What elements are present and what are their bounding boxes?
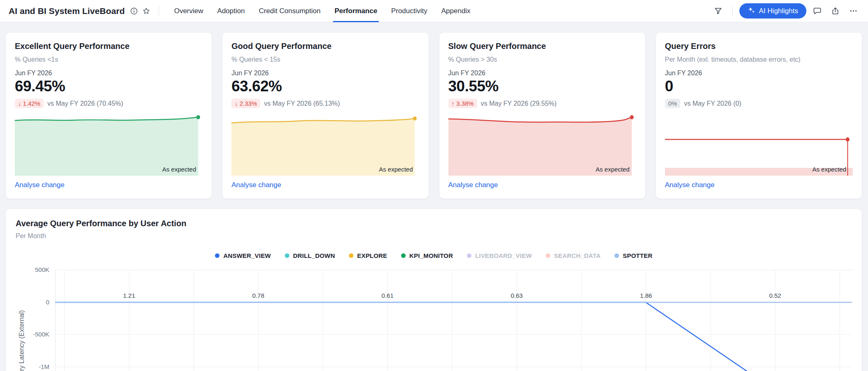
legend-item-liveboard-view[interactable]: LIVEBOARD_VIEW <box>467 252 532 259</box>
kpi-period: Jun FY 2026 <box>231 70 419 77</box>
y-tick: 0 <box>46 299 49 306</box>
export-icon <box>831 7 840 15</box>
info-icon <box>130 7 138 15</box>
kpi-period: Jun FY 2026 <box>15 70 203 77</box>
legend-dot <box>467 253 471 258</box>
comparison-text: vs May FY 2026 (65.13%) <box>264 100 340 107</box>
change-value: 0% <box>668 100 677 107</box>
y-axis-ticks: 500K 0 -500K -1M <box>16 270 55 371</box>
kpi-subtitle: Per Month (exl. timeouts, database error… <box>665 56 853 64</box>
change-badge: 0% <box>665 99 681 108</box>
arrow-down-icon: ↓ <box>18 100 21 107</box>
kpi-period: Jun FY 2026 <box>448 70 636 77</box>
legend-dot <box>614 253 619 258</box>
change-value: 1.42% <box>23 100 41 107</box>
top-bar-actions: AI Highlights <box>711 3 861 19</box>
point-label: 0.61 <box>381 292 393 299</box>
kpi-card-query-errors: Query Errors Per Month (exl. timeouts, d… <box>656 32 862 199</box>
kpi-title: Excellent Query Performance <box>15 42 203 51</box>
kpi-row: Excellent Query Performance % Queries <1… <box>5 32 862 199</box>
tab-productivity[interactable]: Productivity <box>384 0 434 22</box>
point-label: 0.78 <box>252 292 264 299</box>
legend-label: SPOTTER <box>623 252 652 259</box>
legend-label: ANSWER_VIEW <box>223 252 271 259</box>
status-badge: As expected <box>812 166 846 173</box>
legend-item-spotter[interactable]: SPOTTER <box>614 252 652 259</box>
change-value: 2.33% <box>240 100 257 107</box>
legend-dot <box>215 253 219 258</box>
y-tick: -1M <box>39 363 49 370</box>
favorite-button[interactable] <box>139 4 154 19</box>
sparkline-chart: As expected <box>231 114 419 176</box>
legend-item-search-data[interactable]: SEARCH_DATA <box>546 252 600 259</box>
change-badge: ↑ 3.38% <box>448 99 477 108</box>
tab-adoption[interactable]: Adoption <box>210 0 252 22</box>
analyse-change-link[interactable]: Analyse change <box>15 181 203 189</box>
comparison-text: vs May FY 2026 (70.45%) <box>47 100 123 107</box>
filter-icon <box>714 7 723 15</box>
legend-label: KPI_MONITOR <box>409 252 453 259</box>
change-badge: ↓ 1.42% <box>15 99 44 108</box>
kpi-value: 69.45% <box>15 78 203 95</box>
analyse-change-link[interactable]: Analyse change <box>448 181 636 189</box>
legend-label: EXPLORE <box>357 252 387 259</box>
analyse-change-link[interactable]: Analyse change <box>665 181 853 189</box>
tab-overview[interactable]: Overview <box>167 0 210 22</box>
point-label: 0.52 <box>769 292 781 299</box>
kpi-value: 30.55% <box>448 78 636 95</box>
kpi-change-row: 0% vs May FY 2026 (0) <box>665 99 853 108</box>
arrow-down-icon: ↓ <box>235 100 238 107</box>
kpi-change-row: ↓ 1.42% vs May FY 2026 (70.45%) <box>15 99 203 108</box>
divider <box>732 6 733 16</box>
more-icon <box>849 7 858 15</box>
more-button[interactable] <box>846 4 861 19</box>
analyse-change-link[interactable]: Analyse change <box>231 181 419 189</box>
point-label: 1.86 <box>640 292 652 299</box>
legend-item-answer-view[interactable]: ANSWER_VIEW <box>215 252 271 259</box>
kpi-subtitle: % Queries > 30s <box>448 56 636 64</box>
kpi-value: 0 <box>665 78 853 95</box>
comments-button[interactable] <box>810 4 824 19</box>
arrow-up-icon: ↑ <box>452 100 455 107</box>
sparkline-chart: As expected <box>15 114 203 176</box>
legend-dot <box>401 253 406 258</box>
y-tick: 500K <box>35 266 49 273</box>
comment-icon <box>813 7 822 15</box>
legend-dot <box>349 253 353 258</box>
line-chart[interactable]: 1.21 0.78 0.61 0.63 1.86 0.52 <box>55 270 852 371</box>
legend-item-explore[interactable]: EXPLORE <box>349 252 387 259</box>
kpi-title: Query Errors <box>665 42 853 51</box>
chart-card-average-query-performance: Average Query Performance by User Action… <box>5 209 862 371</box>
comparison-text: vs May FY 2026 (0) <box>684 100 741 107</box>
top-bar: AI and BI System LiveBoard Overview Adop… <box>0 0 868 22</box>
plot-area: Query Latency (External) 500K 0 -500K -1… <box>16 270 852 371</box>
legend-label: DRILL_DOWN <box>293 252 335 259</box>
sparkline-chart: As expected <box>448 114 636 176</box>
filter-button[interactable] <box>711 4 726 19</box>
change-badge: ↓ 2.33% <box>231 99 260 108</box>
divider <box>159 6 159 16</box>
change-value: 3.38% <box>456 100 474 107</box>
export-button[interactable] <box>828 4 843 19</box>
kpi-card-excellent-query-performance: Excellent Query Performance % Queries <1… <box>5 32 212 199</box>
tab-performance[interactable]: Performance <box>328 0 384 22</box>
chart-title: Average Query Performance by User Action <box>16 219 852 228</box>
tab-appendix[interactable]: Appendix <box>434 0 478 22</box>
ai-highlights-button[interactable]: AI Highlights <box>739 3 806 19</box>
kpi-title: Slow Query Performance <box>448 42 636 51</box>
legend-item-kpi-monitor[interactable]: KPI_MONITOR <box>401 252 453 259</box>
point-label: 1.21 <box>123 292 135 299</box>
star-icon <box>142 7 150 15</box>
legend-label: SEARCH_DATA <box>554 252 600 259</box>
tab-credit-consumption[interactable]: Credit Consumption <box>252 0 328 22</box>
kpi-subtitle: % Queries < 15s <box>231 56 419 64</box>
kpi-change-row: ↓ 2.33% vs May FY 2026 (65.13%) <box>231 99 419 108</box>
status-badge: As expected <box>596 166 630 173</box>
ai-sparkle-icon <box>748 6 755 16</box>
comparison-text: vs May FY 2026 (29.55%) <box>481 100 557 107</box>
legend-dot <box>285 253 289 258</box>
status-badge: As expected <box>162 166 196 173</box>
kpi-period: Jun FY 2026 <box>665 70 853 77</box>
legend-item-drill-down[interactable]: DRILL_DOWN <box>285 252 335 259</box>
tab-bar: Overview Adoption Credit Consumption Per… <box>167 0 478 22</box>
